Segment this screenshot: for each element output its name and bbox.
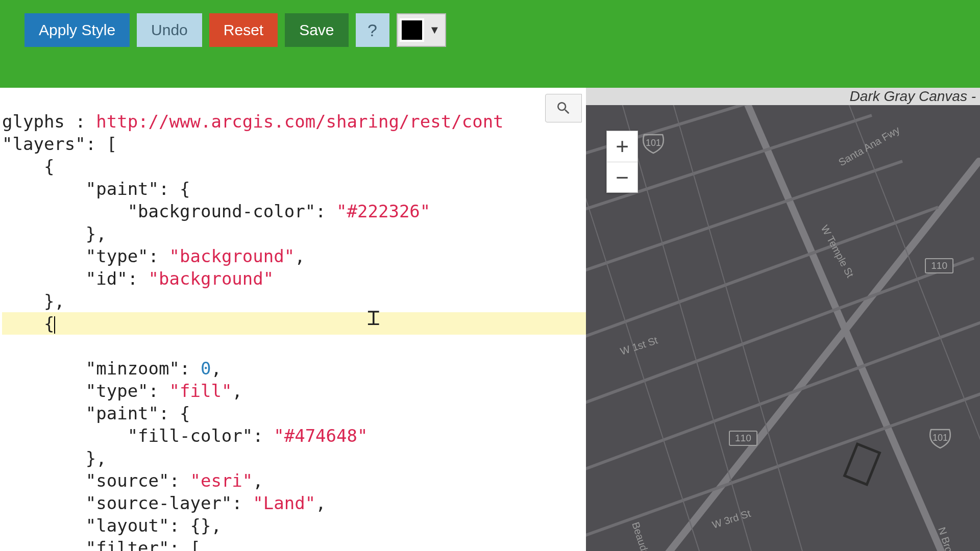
- code-content[interactable]: glyphs : glyphs" : "http://www.arcgis.co…: [0, 88, 586, 551]
- map-title-bar: Dark Gray Canvas -: [586, 88, 980, 105]
- svg-line-6: [586, 258, 974, 406]
- svg-line-1: [647, 161, 979, 551]
- label-wtemple: W Temple St: [819, 223, 856, 280]
- label-w3rd: W 3rd St: [710, 508, 752, 531]
- label-w1st: W 1st St: [619, 334, 659, 357]
- apply-style-button[interactable]: Apply Style: [24, 13, 130, 47]
- map-preview-pane[interactable]: Dark Gray Canvas - W 1s: [586, 88, 980, 551]
- us101-shield-br: 101: [929, 427, 951, 449]
- code-editor-pane[interactable]: glyphs : glyphs" : "http://www.arcgis.co…: [0, 88, 586, 551]
- svg-line-12: [841, 105, 980, 462]
- color-swatch: [400, 18, 424, 42]
- map-title: Dark Gray Canvas -: [850, 88, 976, 105]
- reset-button[interactable]: Reset: [209, 13, 278, 47]
- search-button[interactable]: [545, 94, 582, 122]
- text-caret-icon: Ꮖ: [368, 307, 380, 330]
- hwy110-shield-tr: 110: [925, 258, 953, 273]
- save-button[interactable]: Save: [285, 13, 348, 47]
- zoom-out-button[interactable]: −: [607, 162, 638, 192]
- svg-line-5: [586, 207, 938, 340]
- label-beaudry: Beaudry Ave: [630, 520, 658, 551]
- main-split: glyphs : glyphs" : "http://www.arcgis.co…: [0, 88, 980, 551]
- label-santaana: Santa Ana Fwy: [837, 124, 902, 168]
- us101-shield-tl: 101: [642, 132, 665, 154]
- map-canvas[interactable]: W 1st St W 3rd St W Temple St Santa Ana …: [586, 105, 980, 551]
- color-picker[interactable]: ▼: [397, 13, 447, 47]
- zoom-control: + −: [606, 131, 638, 193]
- toolbar: Apply Style Undo Reset Save ? ▼: [0, 0, 980, 88]
- hwy110-shield-bl: 110: [729, 431, 757, 446]
- zoom-in-button[interactable]: +: [607, 131, 638, 162]
- help-button[interactable]: ?: [356, 13, 389, 47]
- roads-icon: W 1st St W 3rd St W Temple St Santa Ana …: [586, 105, 980, 551]
- search-icon: [555, 100, 572, 116]
- dropdown-arrow-icon: ▼: [426, 23, 444, 37]
- undo-button[interactable]: Undo: [137, 13, 202, 47]
